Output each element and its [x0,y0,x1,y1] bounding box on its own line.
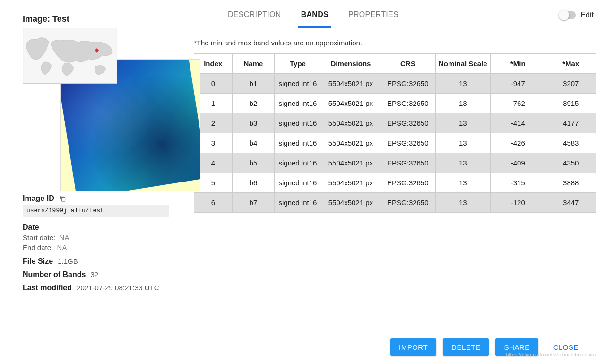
cell-scale: 13 [435,94,490,113]
dialog-footer: IMPORT DELETE SHARE CLOSE [0,330,605,364]
cell-crs: EPSG:32650 [380,173,435,193]
cell-crs: EPSG:32650 [380,193,435,213]
last-modified-value: 2021-07-29 08:21:33 UTC [77,284,159,292]
cell-min: -120 [491,193,545,213]
cell-dim: 5504x5021 px [321,74,380,94]
cell-scale: 13 [435,173,490,193]
delete-button[interactable]: DELETE [443,338,489,356]
file-size-label: File Size [23,257,53,266]
col-header-scale: Nominal Scale [435,54,490,74]
import-button[interactable]: IMPORT [390,338,436,356]
table-row: 5b6signed int165504x5021 pxEPSG:3265013-… [194,173,596,193]
cell-name: b1 [232,74,275,94]
num-bands-value: 32 [91,270,99,278]
content-panel: DESCRIPTION BANDS PROPERTIES Edit *The m… [194,0,605,326]
tab-properties[interactable]: PROPERTIES [346,2,401,28]
cell-type: signed int16 [275,173,321,193]
cell-dim: 5504x5021 px [321,133,380,153]
cell-scale: 13 [435,113,490,133]
cell-min: -762 [491,94,545,113]
cell-type: signed int16 [275,94,321,113]
cell-name: b5 [232,153,275,173]
asset-details-sidebar: Image: Test [0,0,194,326]
file-size-value: 1.1GB [58,257,78,265]
world-locator-map [23,28,117,84]
cell-min: -947 [491,74,545,94]
cell-crs: EPSG:32650 [380,133,435,153]
bands-scroll-area[interactable]: *The min and max band values are an appr… [194,30,599,326]
cell-name: b4 [232,133,275,153]
col-header-min: *Min [491,54,545,74]
cell-min: -426 [491,133,545,153]
image-id-value: users/1999jialiu/Test [23,205,169,217]
cell-type: signed int16 [275,74,321,94]
cell-name: b2 [232,94,275,113]
close-button[interactable]: CLOSE [545,338,587,356]
cell-max: 4350 [545,153,596,173]
edit-toggle[interactable] [560,11,576,19]
col-header-crs: CRS [380,54,435,74]
cell-max: 4177 [545,113,596,133]
cell-scale: 13 [435,133,490,153]
col-header-dimensions: Dimensions [321,54,380,74]
last-modified-label: Last modified [23,284,72,292]
cell-scale: 13 [435,153,490,173]
asset-title: Image: Test [23,14,182,24]
cell-index: 6 [194,193,233,213]
cell-dim: 5504x5021 px [321,113,380,133]
num-bands-label: Number of Bands [23,270,86,279]
cell-crs: EPSG:32650 [380,113,435,133]
cell-min: -315 [491,173,545,193]
share-button[interactable]: SHARE [495,338,538,356]
table-row: 0b1signed int165504x5021 pxEPSG:3265013-… [194,74,596,94]
cell-scale: 13 [435,74,490,94]
start-date-label: Start date: [23,234,55,242]
thumbnail-area [23,28,182,189]
image-id-label: Image ID [23,194,54,203]
table-row: 2b3signed int165504x5021 pxEPSG:3265013-… [194,113,596,133]
cell-crs: EPSG:32650 [380,94,435,113]
table-row: 1b2signed int165504x5021 pxEPSG:3265013-… [194,94,596,113]
cell-type: signed int16 [275,193,321,213]
end-date-label: End date: [23,243,53,251]
cell-max: 3888 [545,173,596,193]
copy-icon[interactable] [59,195,67,202]
cell-name: b6 [232,173,275,193]
tab-bands[interactable]: BANDS [298,2,331,28]
table-row: 3b4signed int165504x5021 pxEPSG:3265013-… [194,133,596,153]
tabs-bar: DESCRIPTION BANDS PROPERTIES Edit [194,0,599,30]
end-date-value: NA [57,243,67,251]
cell-min: -414 [491,113,545,133]
cell-max: 3207 [545,74,596,94]
col-header-max: *Max [545,54,596,74]
cell-type: signed int16 [275,113,321,133]
bands-table: Index Name Type Dimensions CRS Nominal S… [194,53,596,213]
cell-max: 3447 [545,193,596,213]
col-header-name: Name [232,54,275,74]
table-row: 6b7signed int165504x5021 pxEPSG:3265013-… [194,193,596,213]
cell-crs: EPSG:32650 [380,74,435,94]
approximation-note: *The min and max band values are an appr… [194,39,596,47]
cell-name: b3 [232,113,275,133]
cell-max: 3915 [545,94,596,113]
cell-dim: 5504x5021 px [321,173,380,193]
cell-type: signed int16 [275,153,321,173]
table-header-row: Index Name Type Dimensions CRS Nominal S… [194,54,596,74]
col-header-type: Type [275,54,321,74]
cell-dim: 5504x5021 px [321,94,380,113]
svg-rect-1 [61,197,65,201]
cell-scale: 13 [435,193,490,213]
cell-dim: 5504x5021 px [321,193,380,213]
cell-min: -409 [491,153,545,173]
cell-dim: 5504x5021 px [321,153,380,173]
start-date-value: NA [60,234,69,242]
cell-name: b7 [232,193,275,213]
cell-max: 4583 [545,133,596,153]
date-heading: Date [23,223,39,232]
tab-description[interactable]: DESCRIPTION [225,2,284,28]
table-row: 4b5signed int165504x5021 pxEPSG:3265013-… [194,153,596,173]
edit-label: Edit [580,11,594,19]
cell-type: signed int16 [275,133,321,153]
cell-crs: EPSG:32650 [380,153,435,173]
